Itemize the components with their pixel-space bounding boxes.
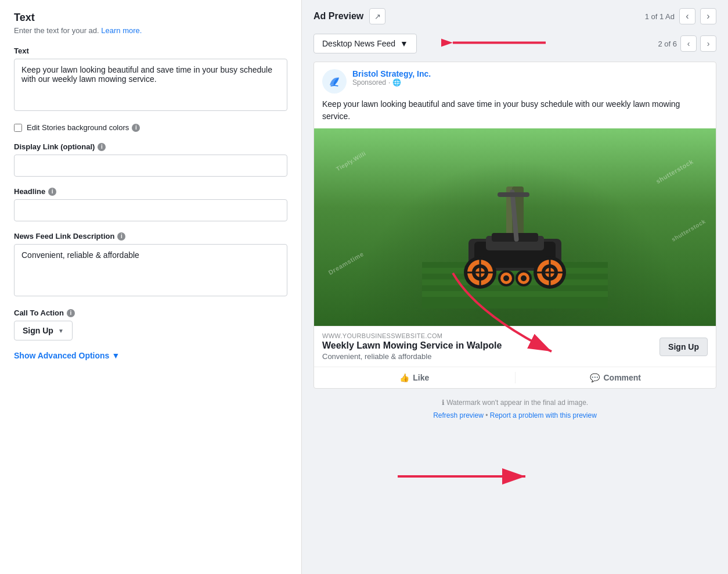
edit-stories-row: Edit Stories background colors i [14, 123, 287, 132]
ad-card: Bristol Strategy, Inc. Sponsored · 🌐 Kee… [313, 62, 716, 389]
preview-prev-button[interactable]: ‹ [680, 35, 697, 52]
preview-next-button[interactable]: › [700, 35, 716, 52]
dot-separator: · [388, 78, 390, 87]
sponsored-row: Sponsored · 🌐 [352, 78, 708, 87]
newsfeed-desc-input[interactable]: Convenient, reliable & affordable [14, 244, 287, 296]
watermark-note-area: ℹ Watermark won't appear in the final ad… [313, 397, 716, 422]
like-icon: 👍 [399, 373, 409, 382]
ad-prev-button[interactable]: ‹ [679, 8, 695, 24]
headline-input[interactable]: Weekly Lawn Mowing Service in Walpole [14, 199, 287, 221]
svg-rect-5 [422, 291, 608, 297]
show-advanced-link[interactable]: Show Advanced Options ▼ [14, 351, 287, 360]
info-circle-icon: ℹ [442, 399, 445, 407]
show-advanced-chevron-icon: ▼ [111, 351, 120, 360]
display-link-info-icon[interactable]: i [98, 143, 106, 151]
ad-next-button[interactable]: › [700, 8, 716, 24]
cta-select-button[interactable]: Sign Up ▼ [14, 321, 73, 340]
report-problem-link[interactable]: Report a problem with this preview [490, 411, 597, 419]
comment-icon: 💬 [590, 373, 600, 382]
preview-selector-row: Desktop News Feed ▼ 2 of 6 ‹ › [313, 34, 716, 53]
cta-label: Call To Action i [14, 308, 287, 317]
ad-preview-title: Ad Preview [313, 11, 363, 21]
text-input[interactable]: Keep your lawn looking beautiful and sav… [14, 59, 287, 111]
text-field-label: Text [14, 46, 287, 55]
ad-description: Convenient, reliable & affordable [322, 352, 502, 361]
section-subtitle: Enter the text for your ad. Learn more. [14, 26, 287, 35]
brand-logo-svg [325, 72, 344, 91]
ad-preview-header: Ad Preview ↗ 1 of 1 Ad ‹ › [313, 6, 716, 27]
display-link-label: Display Link (optional) i [14, 142, 287, 151]
preview-chevron-right-icon: › [707, 39, 710, 48]
comment-button[interactable]: 💬 Comment [516, 367, 716, 388]
preview-count-area: 2 of 6 ‹ › [658, 35, 716, 52]
external-link-icon: ↗ [374, 12, 381, 21]
like-button[interactable]: 👍 Like [314, 367, 515, 388]
svg-point-33 [503, 275, 509, 281]
right-panel: Ad Preview ↗ 1 of 1 Ad ‹ › Desktop News … [302, 0, 728, 574]
text-field-group: Text Keep your lawn looking beautiful an… [14, 46, 287, 113]
sponsored-text: Sponsored [352, 78, 386, 87]
svg-point-30 [521, 275, 527, 281]
ad-body-text: Keep your lawn looking beautiful and sav… [314, 98, 716, 128]
chevron-left-icon: ‹ [686, 11, 689, 21]
preview-chevron-left-icon: ‹ [687, 39, 690, 48]
cta-footer-button[interactable]: Sign Up [659, 338, 708, 356]
edit-stories-checkbox[interactable] [14, 124, 22, 132]
lawnmower-svg [422, 181, 608, 308]
red-arrow-cta-annotation [392, 459, 531, 496]
headline-label: Headline i [14, 187, 287, 196]
preview-dropdown-caret-icon: ▼ [400, 39, 408, 48]
ad-preview-title-row: Ad Preview ↗ [313, 8, 385, 24]
ad-image: shutterstock shutterstock Tieply.Willi D… [314, 128, 716, 326]
ad-card-footer: WWW.YOURBUSINESSWEBSITE.COM Weekly Lawn … [314, 326, 716, 367]
ad-nav-right: 1 of 1 Ad ‹ › [645, 8, 716, 24]
learn-more-link[interactable]: Learn more. [101, 26, 142, 35]
newsfeed-desc-group: News Feed Link Description i Convenient,… [14, 232, 287, 298]
chevron-right-icon: › [707, 11, 709, 21]
ad-count: 1 of 1 Ad [645, 12, 675, 21]
globe-icon: 🌐 [392, 78, 401, 87]
headline-info-icon[interactable]: i [48, 188, 56, 196]
red-arrow-annotation [441, 28, 546, 59]
reactions-row: 👍 Like 💬 Comment [314, 367, 716, 388]
ad-footer-text: WWW.YOURBUSINESSWEBSITE.COM Weekly Lawn … [322, 332, 502, 361]
edit-stories-info-icon[interactable]: i [132, 124, 140, 132]
svg-rect-15 [498, 192, 529, 197]
cta-group: Call To Action i Sign Up ▼ [14, 308, 287, 340]
ad-url: WWW.YOURBUSINESSWEBSITE.COM [322, 332, 502, 339]
cta-info-icon[interactable]: i [67, 309, 75, 317]
newsfeed-desc-label: News Feed Link Description i [14, 232, 287, 241]
brand-info: Bristol Strategy, Inc. Sponsored · 🌐 [352, 69, 708, 87]
ad-card-header: Bristol Strategy, Inc. Sponsored · 🌐 [314, 62, 716, 98]
brand-name[interactable]: Bristol Strategy, Inc. [352, 69, 708, 78]
cta-dropdown-arrow-icon: ▼ [58, 328, 64, 334]
external-link-button[interactable]: ↗ [369, 8, 385, 24]
display-link-input[interactable]: www.yourbusinesswebsite.com [14, 155, 287, 177]
preview-dropdown-button[interactable]: Desktop News Feed ▼ [313, 34, 417, 53]
refresh-preview-link[interactable]: Refresh preview [433, 411, 484, 419]
newsfeed-desc-info-icon[interactable]: i [117, 232, 125, 241]
headline-group: Headline i Weekly Lawn Mowing Service in… [14, 187, 287, 221]
ad-headline: Weekly Lawn Mowing Service in Walpole [322, 340, 502, 351]
svg-rect-4 [422, 279, 608, 285]
left-panel: Text Enter the text for your ad. Learn m… [0, 0, 302, 574]
brand-logo [322, 69, 347, 94]
display-link-group: Display Link (optional) i www.yourbusine… [14, 142, 287, 177]
section-title: Text [14, 12, 287, 24]
